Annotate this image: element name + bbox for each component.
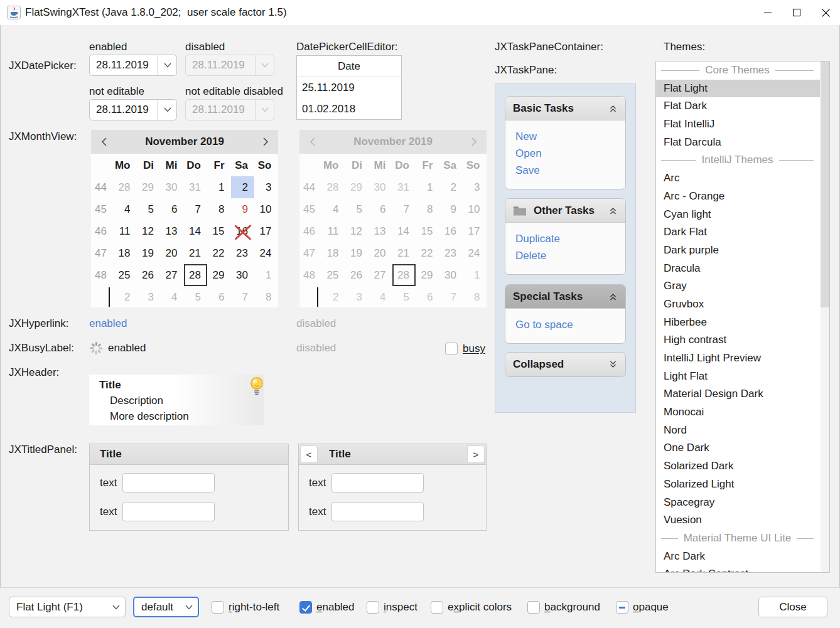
theme-item[interactable]: Light Flat bbox=[656, 368, 820, 386]
taskpane-header[interactable]: Collapsed bbox=[505, 353, 625, 376]
day-cell[interactable]: 27 bbox=[160, 264, 184, 286]
day-cell[interactable]: 22 bbox=[207, 242, 231, 264]
themes-scrollbar[interactable] bbox=[821, 61, 829, 572]
day-cell[interactable]: 24 bbox=[254, 242, 278, 264]
maximize-button[interactable] bbox=[782, 0, 811, 25]
text-input[interactable] bbox=[122, 502, 215, 521]
theme-item[interactable]: Hiberbee bbox=[656, 314, 820, 332]
theme-item[interactable]: Flat Dark bbox=[656, 97, 820, 115]
theme-item[interactable]: Cyan light bbox=[656, 206, 820, 224]
taskpane-header[interactable]: Special Tasks bbox=[505, 285, 625, 309]
day-cell[interactable]: 20 bbox=[160, 242, 184, 264]
background-checkbox-label[interactable]: background bbox=[544, 601, 600, 614]
mode-combobox[interactable]: default bbox=[133, 597, 199, 617]
prev-month-button[interactable] bbox=[91, 137, 116, 147]
enabled-checkbox-label[interactable]: enabled bbox=[316, 601, 355, 614]
theme-item[interactable]: Flat IntelliJ bbox=[656, 115, 820, 134]
theme-item[interactable]: Nord bbox=[656, 422, 820, 440]
busy-checkbox-label[interactable]: busy bbox=[463, 343, 485, 355]
day-cell[interactable]: 4 bbox=[113, 198, 137, 220]
opaque-checkbox-label[interactable]: opaque bbox=[633, 601, 669, 614]
right-to-left-checkbox[interactable] bbox=[212, 601, 224, 614]
day-cell[interactable]: 6 bbox=[160, 198, 184, 220]
theme-item[interactable]: Arc - Orange bbox=[656, 188, 820, 206]
day-cell[interactable]: 23 bbox=[231, 242, 255, 264]
theme-item[interactable]: One Dark bbox=[656, 439, 820, 457]
theme-item[interactable]: Flat Darcula bbox=[656, 134, 820, 152]
background-checkbox[interactable] bbox=[527, 601, 540, 614]
busy-checkbox[interactable] bbox=[445, 343, 458, 355]
task-link[interactable]: New bbox=[515, 128, 625, 145]
theme-item[interactable]: Gray bbox=[656, 277, 820, 295]
datepicker-dropdown-button[interactable] bbox=[158, 100, 176, 120]
titled-panel-prev-button[interactable]: < bbox=[300, 445, 318, 463]
day-cell[interactable]: 13 bbox=[160, 220, 184, 242]
titled-panel-next-button[interactable]: > bbox=[467, 445, 485, 463]
day-cell[interactable]: 18 bbox=[113, 242, 137, 264]
day-cell[interactable]: 26 bbox=[137, 264, 161, 286]
theme-item[interactable]: Dark Flat bbox=[656, 223, 820, 242]
theme-item[interactable]: Gruvbox bbox=[656, 295, 820, 314]
datepicker-value[interactable]: 28.11.2019 bbox=[90, 100, 158, 120]
day-cell[interactable]: 3 bbox=[254, 176, 278, 198]
themes-scrollbar-thumb[interactable] bbox=[821, 61, 829, 307]
day-cell[interactable]: 2 bbox=[231, 176, 255, 198]
day-cell[interactable]: 29 bbox=[137, 176, 161, 198]
day-cell[interactable]: 29 bbox=[207, 264, 231, 286]
datepicker-value[interactable]: 28.11.2019 bbox=[90, 55, 158, 75]
theme-item[interactable]: Solarized Light bbox=[656, 476, 820, 494]
day-cell[interactable]: 16 bbox=[231, 220, 255, 242]
day-cell[interactable]: 5 bbox=[137, 198, 161, 220]
day-cell[interactable]: 21 bbox=[184, 242, 208, 264]
theme-item[interactable]: Dark purple bbox=[656, 242, 820, 260]
day-cell[interactable]: 31 bbox=[184, 176, 208, 198]
minimize-button[interactable] bbox=[753, 0, 782, 25]
text-input[interactable] bbox=[331, 502, 424, 521]
right-to-left-checkbox-label[interactable]: right-to-left bbox=[229, 601, 279, 614]
theme-combobox[interactable]: Flat Light (F1) bbox=[9, 597, 126, 617]
day-cell[interactable]: 5 bbox=[184, 286, 208, 308]
taskpane-header[interactable]: Basic Tasks bbox=[505, 97, 625, 120]
task-link[interactable]: Go to space bbox=[515, 316, 625, 333]
datepicker-enabled[interactable]: 28.11.2019 bbox=[89, 55, 177, 76]
theme-item[interactable]: Dracula bbox=[656, 260, 820, 278]
theme-item[interactable]: Arc bbox=[656, 169, 820, 188]
inspect-checkbox[interactable] bbox=[367, 601, 379, 614]
taskpane-header[interactable]: Other Tasks bbox=[505, 199, 625, 223]
close-button[interactable] bbox=[811, 0, 840, 25]
day-cell[interactable]: 1 bbox=[254, 264, 278, 286]
theme-item[interactable]: Monocai bbox=[656, 403, 820, 422]
theme-item[interactable]: Solarized Dark bbox=[656, 457, 820, 476]
day-cell[interactable]: 4 bbox=[160, 286, 184, 308]
table-column-header[interactable]: Date bbox=[297, 56, 401, 77]
day-cell[interactable]: 2 bbox=[113, 286, 137, 308]
inspect-checkbox-label[interactable]: inspect bbox=[384, 601, 417, 614]
text-input[interactable] bbox=[331, 473, 424, 492]
enabled-checkbox[interactable] bbox=[299, 601, 312, 614]
task-link[interactable]: Open bbox=[515, 145, 625, 162]
day-cell[interactable]: 6 bbox=[207, 286, 231, 308]
day-cell[interactable]: 3 bbox=[137, 286, 161, 308]
day-cell[interactable]: 17 bbox=[254, 220, 278, 242]
text-input[interactable] bbox=[122, 473, 215, 492]
theme-item[interactable]: Material Design Dark bbox=[656, 385, 820, 403]
next-month-button[interactable] bbox=[253, 137, 278, 147]
close-dialog-button[interactable]: Close bbox=[758, 597, 827, 617]
theme-item[interactable]: IntelliJ Light Preview bbox=[656, 349, 820, 368]
hyperlink-enabled[interactable]: enabled bbox=[89, 317, 127, 330]
theme-item[interactable]: Spacegray bbox=[656, 494, 820, 512]
task-link[interactable]: Duplicate bbox=[515, 230, 625, 247]
theme-item[interactable]: Arc Dark Contrast bbox=[656, 565, 820, 573]
explicit-colors-checkbox-label[interactable]: explicit colors bbox=[448, 601, 512, 614]
theme-item[interactable]: Vuesion bbox=[656, 511, 820, 530]
datepicker-not-editable[interactable]: 28.11.2019 bbox=[89, 99, 177, 120]
theme-item[interactable]: Flat Light bbox=[656, 80, 820, 98]
day-cell[interactable]: 7 bbox=[184, 198, 208, 220]
day-cell[interactable]: 28 bbox=[113, 176, 137, 198]
day-cell[interactable]: 19 bbox=[137, 242, 161, 264]
day-cell[interactable]: 8 bbox=[207, 198, 231, 220]
table-row[interactable]: 25.11.2019 bbox=[297, 77, 401, 98]
day-cell[interactable]: 10 bbox=[254, 198, 278, 220]
day-cell[interactable]: 30 bbox=[231, 264, 255, 286]
day-cell[interactable]: 14 bbox=[184, 220, 208, 242]
